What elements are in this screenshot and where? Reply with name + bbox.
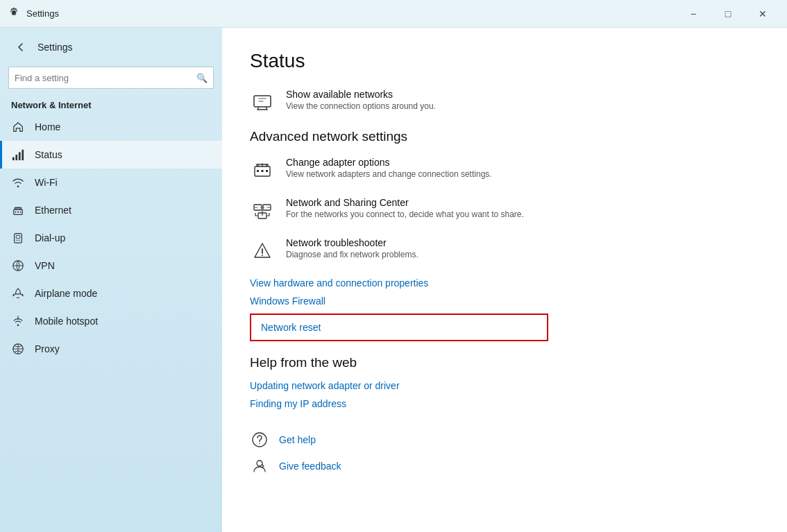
get-help-icon [250,430,269,449]
status-icon [11,148,25,162]
nav-item-home[interactable]: Home [0,113,222,141]
network-reset-link[interactable]: Network reset [250,314,548,341]
settings-icon [8,7,19,21]
adapter-options-title: Change adapter options [286,157,492,168]
main-content: Status Show available networks View the … [222,28,787,532]
nav-item-status[interactable]: Status [0,141,222,169]
feedback-item[interactable]: Give feedback [250,456,759,476]
proxy-icon [11,342,25,356]
vpn-icon [11,259,25,273]
hotspot-icon [11,314,25,328]
troubleshooter-icon [250,239,275,264]
sidebar-section-title: Network & Internet [0,93,222,113]
maximize-button[interactable]: □ [712,3,744,24]
page-title: Status [250,50,759,72]
sharing-icon [250,198,275,223]
search-input[interactable] [15,73,196,83]
ethernet-icon [11,203,25,217]
sharing-center-desc: For the networks you connect to, decide … [286,209,524,219]
show-networks-title: Show available networks [286,89,436,100]
advanced-heading: Advanced network settings [250,129,759,144]
nav-item-wifi[interactable]: Wi-Fi [0,169,222,196]
nav-item-hotspot[interactable]: Mobile hotspot [0,307,222,335]
svg-rect-6 [17,212,19,213]
get-help-label[interactable]: Get help [279,434,316,445]
titlebar: Settings − □ ✕ [0,0,787,28]
svg-rect-7 [20,212,22,213]
titlebar-title: Settings [26,8,59,19]
nav-label-home: Home [35,121,60,132]
nav-label-vpn: VPN [35,260,55,271]
feedback-icon [250,456,269,476]
troubleshooter-item: Network troubleshooter Diagnose and fix … [250,237,759,264]
nav-item-ethernet[interactable]: Ethernet [0,196,222,224]
svg-point-10 [16,240,17,241]
sharing-center-item: Network and Sharing Center For the netwo… [250,197,759,223]
help-heading: Help from the web [250,355,759,370]
wifi-icon [11,175,25,189]
troubleshooter-title: Network troubleshooter [286,237,418,248]
search-box[interactable]: 🔍 [8,67,214,89]
svg-rect-1 [15,155,17,160]
sidebar-app-title: Settings [37,42,73,53]
svg-point-11 [17,240,18,241]
svg-rect-3 [22,150,24,160]
nav-item-airplane[interactable]: Airplane mode [0,280,222,307]
sidebar-header: Settings [0,28,222,61]
networks-icon [250,90,275,115]
svg-rect-0 [12,157,15,161]
svg-rect-18 [262,170,264,172]
back-button[interactable] [11,37,31,57]
close-button[interactable]: ✕ [747,3,779,24]
svg-rect-19 [266,170,268,172]
nav-label-ethernet: Ethernet [35,205,71,216]
nav-label-status: Status [35,149,62,160]
ip-help-link[interactable]: Finding my IP address [250,398,759,409]
nav-item-dialup[interactable]: Dial-up [0,224,222,252]
adapter-options-item: Change adapter options View network adap… [250,157,759,183]
troubleshooter-desc: Diagnose and fix network problems. [286,250,418,259]
show-networks-text: Show available networks View the connect… [286,89,436,111]
nav-item-proxy[interactable]: Proxy [0,335,222,363]
dialup-icon [11,231,25,245]
nav-item-vpn[interactable]: VPN [0,252,222,280]
adapter-options-text: Change adapter options View network adap… [286,157,492,179]
titlebar-controls: − □ ✕ [677,3,779,24]
show-networks-item: Show available networks View the connect… [250,89,759,115]
sidebar: Settings 🔍 Network & Internet Home [0,28,222,532]
get-help-item[interactable]: Get help [250,430,759,449]
svg-rect-9 [16,235,19,239]
airplane-icon [11,286,25,300]
sharing-center-text: Network and Sharing Center For the netwo… [286,197,524,219]
adapter-help-link[interactable]: Updating network adapter or driver [250,380,759,391]
svg-point-26 [257,461,262,466]
feedback-label[interactable]: Give feedback [279,461,341,472]
svg-rect-5 [15,212,17,213]
app-body: Settings 🔍 Network & Internet Home [0,28,787,532]
svg-point-12 [19,240,20,241]
nav-label-wifi: Wi-Fi [35,177,58,188]
search-icon[interactable]: 🔍 [196,73,208,83]
show-networks-desc: View the connection options around you. [286,101,436,111]
minimize-button[interactable]: − [677,3,709,24]
titlebar-left: Settings [8,7,59,21]
adapter-icon [250,158,275,183]
bottom-actions: Get help Give feedback [250,430,759,476]
hardware-link[interactable]: View hardware and connection properties [250,277,759,289]
svg-rect-2 [19,152,21,160]
svg-point-25 [259,443,260,445]
svg-point-23 [262,255,263,256]
sharing-center-title: Network and Sharing Center [286,197,524,208]
svg-rect-17 [257,170,259,172]
nav-label-airplane: Airplane mode [35,288,97,299]
adapter-options-desc: View network adapters and change connect… [286,169,492,179]
nav-label-hotspot: Mobile hotspot [35,316,98,327]
nav-label-dialup: Dial-up [35,232,65,243]
troubleshooter-text: Network troubleshooter Diagnose and fix … [286,237,418,259]
firewall-link[interactable]: Windows Firewall [250,295,759,307]
nav-label-proxy: Proxy [35,343,60,354]
home-icon [11,120,25,134]
